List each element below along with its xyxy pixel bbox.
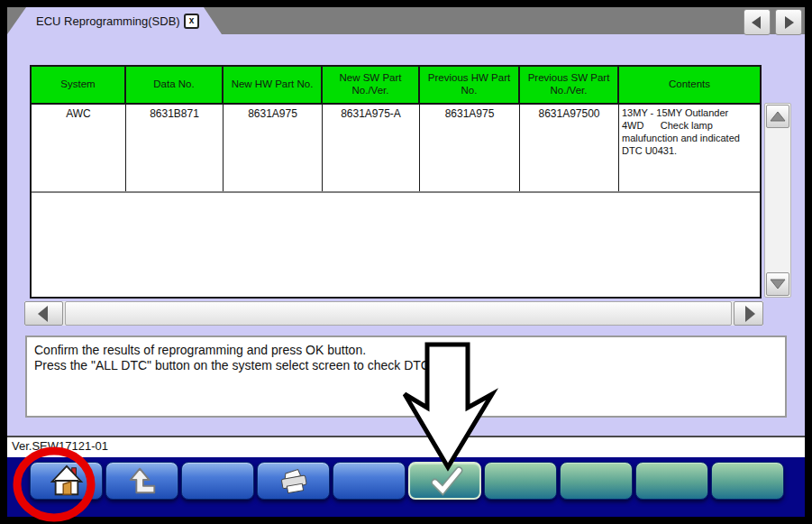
- col-header-new-sw: New SW Part No./Ver.: [323, 67, 420, 103]
- toolbar-blank-button-6[interactable]: [711, 462, 784, 500]
- horizontal-scrollbar[interactable]: [24, 301, 763, 326]
- return-up-icon: [124, 464, 160, 498]
- toolbar: [7, 457, 805, 517]
- left-arrow-icon: [33, 303, 55, 325]
- close-icon: x: [189, 15, 195, 25]
- col-header-prev-hw: Previous HW Part No.: [420, 67, 520, 103]
- instruction-message-box: Confirm the results of reprogramming and…: [25, 336, 787, 418]
- message-line-1: Confirm the results of reprogramming and…: [34, 343, 778, 358]
- content-area: ECU Reprogramming(SDB) x System Data No.…: [7, 7, 805, 517]
- reprogramming-table: System Data No. New HW Part No. New SW P…: [30, 65, 762, 299]
- home-icon: [49, 464, 85, 498]
- ok-button[interactable]: [408, 462, 481, 500]
- tab-scroll-right-button[interactable]: [775, 9, 802, 35]
- cell-data-no: 8631B871: [126, 105, 224, 191]
- right-arrow-icon: [738, 303, 760, 325]
- cell-new-sw: 8631A975-A: [323, 105, 420, 191]
- col-header-new-hw: New HW Part No.: [224, 67, 323, 103]
- tab-scroll-left-button[interactable]: [744, 9, 771, 35]
- toolbar-blank-button-4[interactable]: [560, 462, 633, 500]
- window: ECU Reprogramming(SDB) x System Data No.…: [0, 0, 812, 524]
- tab-scroll-controls: [744, 9, 802, 35]
- print-button[interactable]: [257, 462, 330, 500]
- version-text: Ver.SEW17121-01: [12, 439, 108, 453]
- cell-contents: 13MY - 15MY Outlander 4WD Check lamp mal…: [619, 105, 760, 191]
- tab-bar: ECU Reprogramming(SDB) x: [7, 7, 805, 34]
- printer-icon: [276, 464, 312, 498]
- col-header-system: System: [32, 67, 126, 103]
- version-bar: Ver.SEW17121-01: [7, 436, 805, 457]
- right-arrow-icon: [779, 13, 798, 32]
- h-scroll-thumb[interactable]: [65, 301, 732, 326]
- scroll-down-button[interactable]: [766, 272, 789, 296]
- toolbar-blank-button-1[interactable]: [181, 462, 254, 500]
- checkmark-icon: [425, 464, 465, 498]
- cell-prev-hw: 8631A975: [420, 105, 520, 191]
- col-header-data-no: Data No.: [126, 67, 224, 103]
- scroll-left-button[interactable]: [24, 301, 63, 326]
- toolbar-blank-button-2[interactable]: [333, 462, 406, 500]
- table-header-row: System Data No. New HW Part No. New SW P…: [32, 67, 760, 105]
- table-row[interactable]: AWC 8631B871 8631A975 8631A975-A 8631A97…: [32, 105, 760, 193]
- message-line-2: Press the "ALL DTC" button on the system…: [34, 358, 778, 373]
- cell-system: AWC: [32, 105, 126, 191]
- cell-prev-sw: 8631A97500: [520, 105, 619, 191]
- toolbar-blank-button-5[interactable]: [635, 462, 708, 500]
- tab-close-button[interactable]: x: [184, 14, 199, 29]
- home-button[interactable]: [30, 462, 103, 500]
- return-button[interactable]: [105, 462, 178, 500]
- col-header-contents: Contents: [619, 67, 760, 103]
- tab-label: ECU Reprogramming(SDB): [36, 14, 180, 28]
- toolbar-blank-button-3[interactable]: [484, 462, 557, 500]
- col-header-prev-sw: Previous SW Part No./Ver.: [520, 67, 619, 103]
- cell-new-hw: 8631A975: [224, 105, 323, 191]
- vertical-scrollbar[interactable]: [764, 103, 791, 298]
- scroll-up-button[interactable]: [766, 105, 789, 128]
- left-arrow-icon: [747, 13, 767, 32]
- scroll-right-button[interactable]: [734, 301, 763, 326]
- down-arrow-icon: [768, 274, 788, 294]
- up-arrow-icon: [768, 106, 788, 126]
